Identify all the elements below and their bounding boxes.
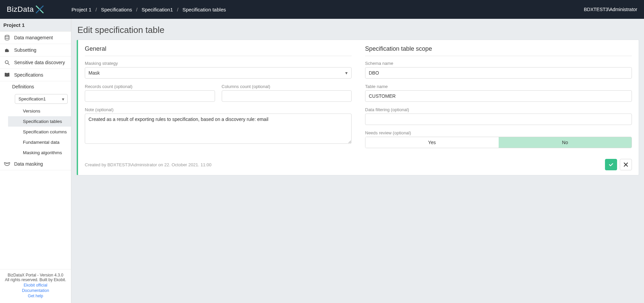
logo-x-icon xyxy=(35,4,45,14)
chevron-down-icon: ▾ xyxy=(62,96,64,102)
needs-review-no[interactable]: No xyxy=(499,137,632,148)
svg-point-2 xyxy=(6,163,6,164)
sidebar-item-label: Specification columns xyxy=(23,129,67,134)
table-name-input[interactable] xyxy=(365,90,632,102)
note-label: Note (optional) xyxy=(85,107,352,112)
sidebar-item-sensitive[interactable]: Sensitive data discovery xyxy=(0,56,71,69)
sidebar-item-label: Specifications xyxy=(14,72,43,78)
user-label[interactable]: BDXTEST3\Administrator xyxy=(584,7,637,12)
sidebar-item-label: Definitions xyxy=(12,84,34,89)
masking-strategy-label: Masking strategy xyxy=(85,61,352,66)
footer-link-help[interactable]: Get help xyxy=(3,294,68,298)
svg-point-3 xyxy=(8,163,8,164)
sidebar-item-fundamental[interactable]: Fundamental data xyxy=(8,137,71,147)
sidebar-item-label: Data management xyxy=(14,35,53,40)
sidebar-item-label: Masking algorithms xyxy=(23,150,62,155)
search-icon xyxy=(4,60,10,65)
mask-icon xyxy=(4,161,10,167)
sidebar-item-specifications[interactable]: Specifications xyxy=(0,69,71,81)
sidebar-item-spec-tables[interactable]: Specification tables xyxy=(8,116,71,127)
sidebar-item-versions[interactable]: Versions xyxy=(8,106,71,116)
breadcrumb-sep: / xyxy=(96,7,97,12)
columns-count-input[interactable] xyxy=(222,90,352,102)
check-icon xyxy=(608,162,614,167)
data-filtering-input[interactable] xyxy=(365,114,632,125)
topbar: BizData Project 1 / Specifications / Spe… xyxy=(0,0,644,19)
footer-link-docs[interactable]: Documentation xyxy=(3,288,68,293)
book-icon xyxy=(4,72,10,78)
spec-select-value: Specification1 xyxy=(15,94,68,104)
svg-point-1 xyxy=(5,61,8,64)
masking-strategy-select[interactable]: Mask xyxy=(85,67,352,79)
sidebar-item-spec-columns[interactable]: Specification columns xyxy=(8,127,71,137)
close-icon xyxy=(623,162,628,167)
data-filtering-label: Data filtering (optional) xyxy=(365,107,632,112)
sidebar-item-label: Sensitive data discovery xyxy=(14,60,65,65)
columns-count-label: Columns count (optional) xyxy=(222,84,352,89)
confirm-button[interactable] xyxy=(605,159,617,170)
breadcrumb-item-1[interactable]: Specifications xyxy=(101,7,132,12)
general-section: General Masking strategy Mask ▾ Records … xyxy=(85,45,352,154)
breadcrumb-item-3[interactable]: Specification tables xyxy=(182,7,226,12)
sidebar-item-label: Fundamental data xyxy=(23,140,60,145)
sidebar-item-label: Subsetting xyxy=(14,47,36,53)
database-icon xyxy=(4,35,10,40)
svg-point-0 xyxy=(5,35,9,37)
table-name-label: Table name xyxy=(365,84,632,89)
main: Edit specification table General Masking… xyxy=(71,19,644,303)
footer-link-ekobit[interactable]: Ekobit official xyxy=(3,283,68,288)
general-heading: General xyxy=(85,45,352,56)
schema-name-label: Schema name xyxy=(365,61,632,66)
breadcrumb: Project 1 / Specifications / Specificati… xyxy=(72,7,584,12)
breadcrumb-item-0[interactable]: Project 1 xyxy=(72,7,92,12)
schema-name-input[interactable] xyxy=(365,67,632,79)
cancel-button[interactable] xyxy=(620,159,632,170)
note-input[interactable] xyxy=(85,114,352,144)
sidebar-project[interactable]: Project 1 xyxy=(0,19,71,32)
sidebar-item-label: Data masking xyxy=(14,161,43,167)
scope-section: Specification table scope Schema name Ta… xyxy=(365,45,632,154)
sidebar-item-subsetting[interactable]: Subsetting xyxy=(0,44,71,56)
created-meta: Created by BDXTEST3\Administrator on 22.… xyxy=(85,162,605,167)
page-title: Edit specification table xyxy=(77,25,638,35)
sidebar-footer: BizDataX Portal - Version 4.3.0 All righ… xyxy=(0,269,71,303)
breadcrumb-item-2[interactable]: Specification1 xyxy=(142,7,173,12)
records-count-label: Records count (optional) xyxy=(85,84,215,89)
breadcrumb-sep: / xyxy=(177,7,178,12)
logo-text: BizData xyxy=(7,5,34,14)
scope-heading: Specification table scope xyxy=(365,45,632,56)
edit-card: General Masking strategy Mask ▾ Records … xyxy=(77,40,639,175)
sidebar-item-data-management[interactable]: Data management xyxy=(0,32,71,44)
spec-select[interactable]: Specification1 ▾ xyxy=(15,94,68,104)
sidebar-item-masking-algos[interactable]: Masking algorithms xyxy=(8,147,71,158)
sidebar-item-label: Versions xyxy=(23,109,40,114)
needs-review-label: Needs review (optional) xyxy=(365,130,632,135)
sidebar-item-data-masking[interactable]: Data masking xyxy=(0,158,71,170)
sidebar-item-definitions[interactable]: Definitions xyxy=(8,81,71,92)
footer-line2: All rights reserved. Built by Ekobit. xyxy=(3,277,68,282)
logo[interactable]: BizData xyxy=(7,4,45,14)
footer-line1: BizDataX Portal - Version 4.3.0 xyxy=(3,273,68,277)
sidebar: Project 1 Data management Subsetting Sen… xyxy=(0,19,71,303)
breadcrumb-sep: / xyxy=(136,7,137,12)
records-count-input[interactable] xyxy=(85,90,215,102)
needs-review-yes[interactable]: Yes xyxy=(365,137,499,148)
sidebar-item-label: Specification tables xyxy=(23,119,62,124)
needs-review-toggle: Yes No xyxy=(365,137,632,148)
puzzle-icon xyxy=(4,47,10,53)
